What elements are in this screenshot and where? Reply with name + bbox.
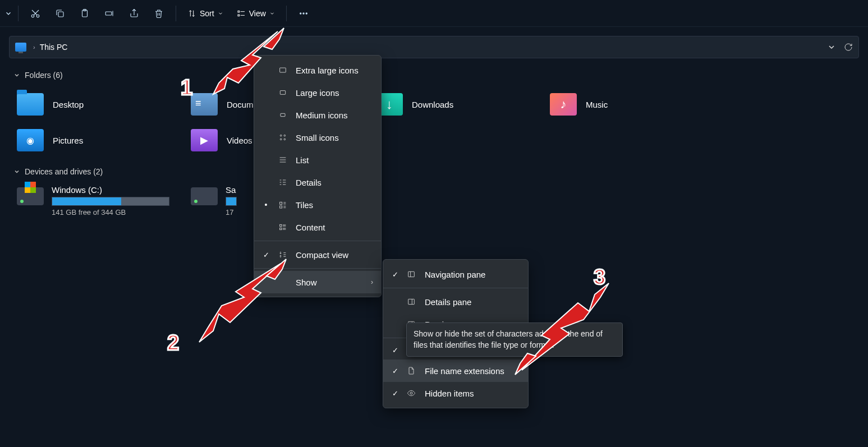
this-pc-icon bbox=[15, 43, 26, 52]
drive-windows-c[interactable]: Windows (C:) 141 GB free of 344 GB bbox=[11, 183, 185, 219]
address-bar[interactable]: › This PC bbox=[9, 36, 859, 58]
view-extra-large-icons[interactable]: Extra large icons bbox=[254, 59, 381, 81]
folder-downloads[interactable]: Downloads bbox=[370, 86, 544, 122]
svg-point-17 bbox=[284, 139, 286, 140]
drive-free-text: 141 GB free of 344 GB bbox=[52, 208, 169, 216]
submenu-arrow-icon: › bbox=[371, 278, 373, 286]
refresh-icon[interactable] bbox=[844, 43, 853, 52]
menu-label: Extra large icons bbox=[296, 66, 359, 75]
view-dropdown: Extra large icons Large icons Medium ico… bbox=[254, 55, 382, 297]
svg-rect-11 bbox=[280, 68, 286, 72]
menu-label: Small icons bbox=[296, 133, 339, 142]
separator bbox=[286, 6, 287, 21]
documents-folder-icon bbox=[191, 93, 218, 116]
svg-point-8 bbox=[300, 12, 301, 13]
svg-point-9 bbox=[303, 12, 304, 13]
folder-desktop[interactable]: Desktop bbox=[11, 86, 185, 122]
view-show-submenu[interactable]: Show › bbox=[254, 271, 381, 293]
toolbar: Sort View bbox=[0, 0, 868, 27]
folder-label: Pictures bbox=[53, 136, 83, 145]
folder-label: Desktop bbox=[53, 100, 84, 109]
chevron-down-icon bbox=[13, 72, 20, 79]
svg-rect-12 bbox=[280, 91, 285, 95]
drive-icon bbox=[191, 187, 218, 205]
view-large-icons[interactable]: Large icons bbox=[254, 81, 381, 104]
cut-button[interactable] bbox=[24, 3, 47, 24]
chevron-down-icon bbox=[13, 168, 20, 175]
chevron-down-icon bbox=[218, 11, 223, 16]
sort-label: Sort bbox=[200, 9, 214, 18]
share-button[interactable] bbox=[123, 3, 145, 24]
menu-separator bbox=[254, 241, 381, 241]
menu-label: Large icons bbox=[296, 88, 339, 98]
new-dropdown[interactable] bbox=[4, 3, 12, 24]
drives-group-label: Devices and drives (2) bbox=[25, 167, 103, 176]
menu-label: Hidden items bbox=[425, 389, 474, 398]
svg-rect-5 bbox=[105, 12, 112, 15]
view-medium-icons[interactable]: Medium icons bbox=[254, 104, 381, 126]
chevron-down-icon bbox=[269, 11, 275, 16]
annotation-number-3: 3 bbox=[594, 265, 605, 289]
svg-point-15 bbox=[284, 135, 286, 136]
videos-folder-icon bbox=[191, 129, 218, 151]
svg-point-16 bbox=[280, 139, 282, 140]
folders-group-header[interactable]: Folders (6) bbox=[11, 65, 857, 86]
content-area: Folders (6) Desktop Documents Downloads … bbox=[0, 61, 868, 223]
svg-point-10 bbox=[306, 12, 307, 13]
menu-label: Details pane bbox=[425, 297, 471, 307]
folder-pictures[interactable]: Pictures bbox=[11, 122, 185, 158]
paste-button[interactable] bbox=[74, 3, 96, 24]
view-tiles[interactable]: Tiles bbox=[254, 193, 381, 216]
svg-rect-23 bbox=[408, 299, 415, 304]
menu-label: Details bbox=[296, 178, 322, 187]
view-compact[interactable]: ✓ Compact view bbox=[254, 243, 381, 266]
show-navigation-pane[interactable]: ✓ Navigation pane bbox=[383, 263, 528, 285]
svg-rect-13 bbox=[281, 113, 285, 116]
sort-icon bbox=[187, 9, 196, 18]
show-hidden-items[interactable]: ✓ Hidden items bbox=[383, 382, 528, 404]
svg-rect-7 bbox=[238, 15, 240, 16]
rename-button[interactable] bbox=[98, 3, 121, 24]
drives-group-header[interactable]: Devices and drives (2) bbox=[11, 162, 857, 183]
drive-icon bbox=[17, 187, 44, 205]
breadcrumb-separator: › bbox=[33, 44, 35, 50]
show-details-pane[interactable]: Details pane bbox=[383, 291, 528, 313]
view-menu[interactable]: View bbox=[231, 3, 281, 24]
annotation-number-1: 1 bbox=[181, 76, 192, 100]
show-file-name-extensions[interactable]: ✓ File name extensions bbox=[383, 360, 528, 382]
svg-rect-18 bbox=[280, 202, 282, 204]
drive-usage-bar bbox=[226, 197, 237, 206]
copy-button[interactable] bbox=[49, 3, 71, 24]
sort-menu[interactable]: Sort bbox=[182, 3, 229, 24]
drives-grid: Windows (C:) 141 GB free of 344 GB Sa 17 bbox=[11, 183, 857, 219]
view-list[interactable]: List bbox=[254, 149, 381, 171]
desktop-folder-icon bbox=[17, 93, 44, 116]
chevron-down-icon[interactable] bbox=[827, 43, 836, 52]
view-details[interactable]: Details bbox=[254, 171, 381, 193]
svg-point-14 bbox=[280, 135, 282, 136]
separator bbox=[18, 6, 19, 21]
separator bbox=[176, 6, 176, 21]
folder-label: Downloads bbox=[412, 100, 453, 109]
menu-label: Navigation pane bbox=[425, 270, 485, 279]
svg-point-25 bbox=[410, 392, 412, 394]
folders-grid: Desktop Documents Downloads Music Pictur… bbox=[11, 86, 857, 158]
folders-group-label: Folders (6) bbox=[25, 71, 63, 80]
drive-usage-bar bbox=[52, 197, 169, 206]
annotation-number-2: 2 bbox=[167, 331, 179, 355]
menu-separator bbox=[383, 288, 528, 288]
folder-label: Music bbox=[586, 100, 608, 109]
view-small-icons[interactable]: Small icons bbox=[254, 126, 381, 149]
svg-rect-20 bbox=[280, 224, 282, 226]
menu-label: Medium icons bbox=[296, 110, 348, 120]
breadcrumb-location[interactable]: This PC bbox=[40, 43, 68, 52]
folder-music[interactable]: Music bbox=[544, 86, 718, 122]
svg-rect-2 bbox=[58, 12, 63, 17]
delete-button[interactable] bbox=[148, 3, 170, 24]
folder-label: Videos bbox=[227, 136, 252, 145]
view-content[interactable]: Content bbox=[254, 216, 381, 238]
menu-label: Tiles bbox=[296, 200, 313, 210]
more-button[interactable] bbox=[292, 3, 315, 24]
menu-label: List bbox=[296, 155, 309, 165]
music-folder-icon bbox=[550, 93, 577, 116]
